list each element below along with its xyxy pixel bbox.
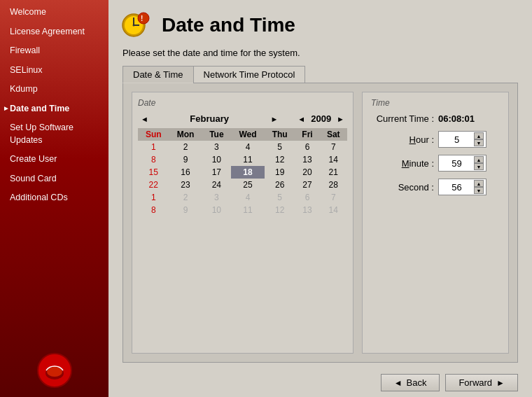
- tab-ntp[interactable]: Network Time Protocol: [193, 66, 306, 83]
- calendar-day[interactable]: 5: [265, 191, 295, 204]
- calendar-day[interactable]: 9: [169, 153, 202, 166]
- calendar-day[interactable]: 3: [202, 191, 232, 204]
- calendar-body: 1234567891011121314151617181920212223242…: [138, 141, 347, 216]
- date-section: Date ◄ February ► ◄ 2009 ► SunMonTueWedT…: [132, 92, 354, 354]
- hour-down-button[interactable]: ▼: [474, 139, 484, 146]
- calendar-day[interactable]: 23: [169, 179, 202, 191]
- calendar-day[interactable]: 1: [138, 141, 169, 153]
- calendar-week-row: 1234567: [138, 141, 347, 153]
- calendar-day[interactable]: 21: [320, 166, 347, 179]
- prev-month-button[interactable]: ◄: [138, 115, 151, 123]
- calendar-grid: SunMonTueWedThuFriSat 123456789101112131…: [138, 128, 347, 216]
- sidebar: WelcomeLicense AgreementFirewallSELinuxK…: [0, 0, 108, 397]
- forward-button[interactable]: Forward ►: [445, 374, 518, 391]
- hour-label: Hour :: [371, 134, 434, 145]
- minute-down-button[interactable]: ▼: [474, 163, 484, 170]
- svg-point-8: [138, 13, 149, 24]
- calendar-day[interactable]: 1: [138, 191, 169, 204]
- calendar-year: 2009: [311, 113, 331, 124]
- sidebar-item-setup-updates[interactable]: Set Up Software Updates: [0, 118, 108, 150]
- calendar-day[interactable]: 12: [265, 153, 295, 166]
- second-input[interactable]: [441, 182, 472, 193]
- svg-point-2: [47, 367, 62, 377]
- calendar-day[interactable]: 19: [265, 166, 295, 179]
- second-label: Second :: [371, 182, 434, 193]
- sidebar-item-firewall[interactable]: Firewall: [0, 41, 108, 61]
- sidebar-item-kdump[interactable]: Kdump: [0, 80, 108, 99]
- calendar-day-header: Sun: [138, 128, 169, 141]
- sidebar-item-selinux[interactable]: SELinux: [0, 61, 108, 81]
- sidebar-item-additional-cds[interactable]: Additional CDs: [0, 188, 108, 208]
- calendar-day[interactable]: 14: [320, 153, 347, 166]
- current-time-value: 06:08:01: [438, 113, 475, 124]
- minute-spinner: ▲ ▼: [474, 156, 484, 170]
- calendar-day[interactable]: 26: [265, 179, 295, 191]
- calendar-day[interactable]: 25: [231, 179, 265, 191]
- next-month-button[interactable]: ►: [267, 115, 281, 123]
- calendar-day[interactable]: 15: [138, 166, 169, 179]
- calendar-day[interactable]: 9: [169, 204, 202, 216]
- second-spinner: ▲ ▼: [474, 180, 484, 194]
- calendar-day[interactable]: 4: [231, 191, 265, 204]
- calendar-day-header: Wed: [231, 128, 265, 141]
- calendar-day[interactable]: 8: [138, 204, 169, 216]
- tab-date-time[interactable]: Date & Time: [122, 66, 193, 83]
- hour-up-button[interactable]: ▲: [474, 132, 484, 139]
- calendar-nav: ◄ February ► ◄ 2009 ►: [138, 113, 347, 124]
- hour-row: Hour : ▲ ▼: [371, 131, 500, 148]
- sidebar-item-label: License Agreement: [10, 27, 85, 36]
- calendar-day[interactable]: 27: [295, 179, 319, 191]
- sidebar-item-label: Additional CDs: [10, 193, 68, 202]
- next-year-button[interactable]: ►: [334, 115, 347, 123]
- calendar-day[interactable]: 7: [320, 191, 347, 204]
- calendar-day[interactable]: 5: [265, 141, 295, 153]
- minute-input[interactable]: [441, 158, 472, 169]
- calendar-day[interactable]: 13: [295, 153, 319, 166]
- svg-point-7: [133, 25, 135, 27]
- calendar-day[interactable]: 4: [231, 141, 265, 153]
- calendar-day[interactable]: 6: [295, 141, 319, 153]
- calendar-day[interactable]: 18: [231, 166, 265, 179]
- calendar-day[interactable]: 8: [138, 153, 169, 166]
- page-header: ! Date and Time: [108, 0, 532, 48]
- prev-year-button[interactable]: ◄: [295, 115, 308, 123]
- calendar-day[interactable]: 10: [202, 153, 232, 166]
- sidebar-item-sound-card[interactable]: Sound Card: [0, 169, 108, 189]
- sidebar-item-create-user[interactable]: Create User: [0, 150, 108, 169]
- calendar-day[interactable]: 11: [231, 204, 265, 216]
- calendar-day[interactable]: 12: [265, 204, 295, 216]
- calendar-day[interactable]: 2: [169, 141, 202, 153]
- calendar-day[interactable]: 28: [320, 179, 347, 191]
- hour-input[interactable]: [441, 134, 472, 145]
- sidebar-item-label: Firewall: [10, 46, 40, 55]
- calendar-day[interactable]: 10: [202, 204, 232, 216]
- calendar-day[interactable]: 11: [231, 153, 265, 166]
- sidebar-logo: [34, 349, 76, 391]
- back-button[interactable]: ◄ Back: [381, 374, 440, 391]
- sidebar-item-label: Sound Card: [10, 174, 57, 183]
- calendar-day[interactable]: 3: [202, 141, 232, 153]
- second-up-button[interactable]: ▲: [474, 180, 484, 187]
- bottom-bar: ◄ Back Forward ►: [108, 370, 532, 397]
- calendar-day[interactable]: 24: [202, 179, 232, 191]
- sidebar-item-datetime[interactable]: ►Date and Time: [0, 99, 108, 119]
- second-down-button[interactable]: ▼: [474, 187, 484, 194]
- page-description: Please set the date and time for the sys…: [108, 48, 532, 65]
- sidebar-item-welcome[interactable]: Welcome: [0, 3, 108, 22]
- sidebar-item-license[interactable]: License Agreement: [0, 22, 108, 42]
- calendar-week-row: 15161718192021: [138, 166, 347, 179]
- calendar-day[interactable]: 14: [320, 204, 347, 216]
- main-content: ! Date and Time Please set the date and …: [108, 0, 532, 397]
- calendar-day[interactable]: 2: [169, 191, 202, 204]
- calendar-day[interactable]: 20: [295, 166, 319, 179]
- minute-up-button[interactable]: ▲: [474, 156, 484, 163]
- sidebar-item-label: SELinux: [10, 65, 43, 75]
- calendar-day[interactable]: 22: [138, 179, 169, 191]
- calendar-day[interactable]: 17: [202, 166, 232, 179]
- calendar-day[interactable]: 13: [295, 204, 319, 216]
- sidebar-nav: WelcomeLicense AgreementFirewallSELinuxK…: [0, 0, 108, 344]
- minute-input-wrap: ▲ ▼: [438, 155, 486, 172]
- calendar-day[interactable]: 7: [320, 141, 347, 153]
- calendar-day[interactable]: 6: [295, 191, 319, 204]
- calendar-day[interactable]: 16: [169, 166, 202, 179]
